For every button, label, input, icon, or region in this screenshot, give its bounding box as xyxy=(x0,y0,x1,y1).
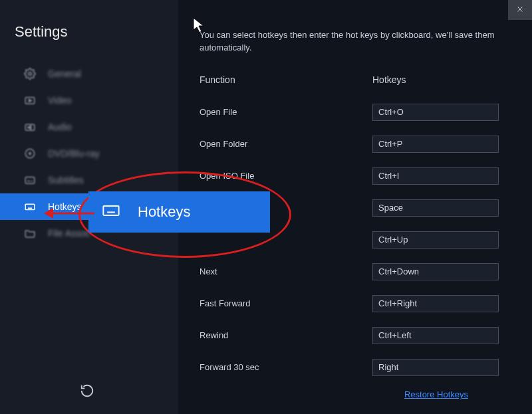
sidebar-item-label: Hotkeys xyxy=(48,201,82,212)
panel-description: You can select hotkeys then enter the ho… xyxy=(200,29,505,54)
hotkey-rows: Open FileOpen FolderOpen ISO FileNextFas… xyxy=(200,104,511,376)
settings-nav: General Video Audio DVD/Blu-ray xyxy=(0,60,178,247)
sidebar-item-general[interactable]: General xyxy=(0,60,178,87)
svg-rect-9 xyxy=(25,204,35,209)
function-label: Rewind xyxy=(200,330,372,340)
disc-icon xyxy=(24,148,36,159)
folder-icon xyxy=(24,227,36,239)
svg-rect-6 xyxy=(25,177,35,184)
sidebar-item-file-assoc[interactable]: File Assoc xyxy=(0,220,178,247)
hotkey-input[interactable] xyxy=(372,136,499,153)
sidebar: Settings General Video Audio xyxy=(0,0,178,414)
hotkey-input[interactable] xyxy=(372,327,499,344)
hotkey-row xyxy=(200,199,511,217)
hotkey-row: Fast Forward xyxy=(200,295,511,312)
hotkey-row: Forward 30 sec xyxy=(200,359,511,376)
function-label: Forward 30 sec xyxy=(200,362,372,372)
sidebar-item-label: Audio xyxy=(48,122,72,132)
hotkey-row: Open File xyxy=(200,104,511,121)
hotkey-cell xyxy=(372,231,511,249)
function-label: Open File xyxy=(200,107,372,117)
svg-point-5 xyxy=(29,153,31,155)
hotkey-cell xyxy=(372,295,511,312)
sidebar-item-audio[interactable]: Audio xyxy=(0,114,178,140)
function-label: Open Folder xyxy=(200,139,372,149)
hotkey-cell xyxy=(372,327,511,344)
sidebar-item-dvd[interactable]: DVD/Blu-ray xyxy=(0,140,178,167)
sidebar-item-label: Video xyxy=(48,95,72,106)
page-title: Settings xyxy=(0,23,178,60)
sidebar-item-label: Subtitles xyxy=(48,175,84,185)
hotkey-cell xyxy=(372,136,511,153)
video-icon xyxy=(24,94,36,106)
reset-button[interactable] xyxy=(80,383,98,402)
audio-icon xyxy=(24,121,36,133)
sidebar-item-label: File Assoc xyxy=(48,228,90,239)
hotkey-row: Rewind xyxy=(200,327,511,344)
hotkey-cell xyxy=(372,104,511,121)
hotkey-row: Open ISO File xyxy=(200,167,511,185)
header-hotkeys: Hotkeys xyxy=(372,74,511,85)
hotkey-input[interactable] xyxy=(372,263,499,280)
hotkey-cell xyxy=(372,359,511,376)
function-label: Next xyxy=(200,266,372,276)
svg-point-4 xyxy=(25,149,35,158)
sidebar-item-hotkeys[interactable]: Hotkeys xyxy=(0,193,178,220)
svg-marker-2 xyxy=(29,100,32,102)
keyboard-icon xyxy=(24,201,36,213)
table-header: Function Hotkeys xyxy=(200,74,511,85)
function-label: Open ISO File xyxy=(200,171,372,181)
gear-icon xyxy=(24,68,36,80)
hotkey-input[interactable] xyxy=(372,295,499,312)
hotkey-input[interactable] xyxy=(372,359,499,376)
hotkey-input[interactable] xyxy=(372,231,499,249)
sidebar-item-subtitles[interactable]: Subtitles xyxy=(0,167,178,193)
hotkey-row xyxy=(200,231,511,249)
hotkey-cell xyxy=(372,263,511,280)
hotkey-input[interactable] xyxy=(372,167,499,185)
hotkey-cell xyxy=(372,167,511,185)
settings-window: Settings General Video Audio xyxy=(0,0,532,414)
hotkey-row: Next xyxy=(200,263,511,280)
svg-point-0 xyxy=(29,72,32,76)
header-function: Function xyxy=(200,74,372,85)
close-button[interactable] xyxy=(508,0,532,20)
hotkey-input[interactable] xyxy=(372,199,499,217)
function-label: Fast Forward xyxy=(200,298,372,308)
hotkey-row: Open Folder xyxy=(200,136,511,153)
sidebar-item-label: DVD/Blu-ray xyxy=(48,148,100,159)
hotkeys-panel: You can select hotkeys then enter the ho… xyxy=(178,0,532,414)
close-icon xyxy=(516,4,524,16)
sidebar-item-video[interactable]: Video xyxy=(0,87,178,114)
restore-hotkeys-link[interactable]: Restore Hotkeys xyxy=(404,389,468,399)
subtitles-icon xyxy=(24,174,36,186)
hotkey-input[interactable] xyxy=(372,104,499,121)
sidebar-item-label: General xyxy=(48,68,81,79)
hotkey-cell xyxy=(372,199,511,217)
